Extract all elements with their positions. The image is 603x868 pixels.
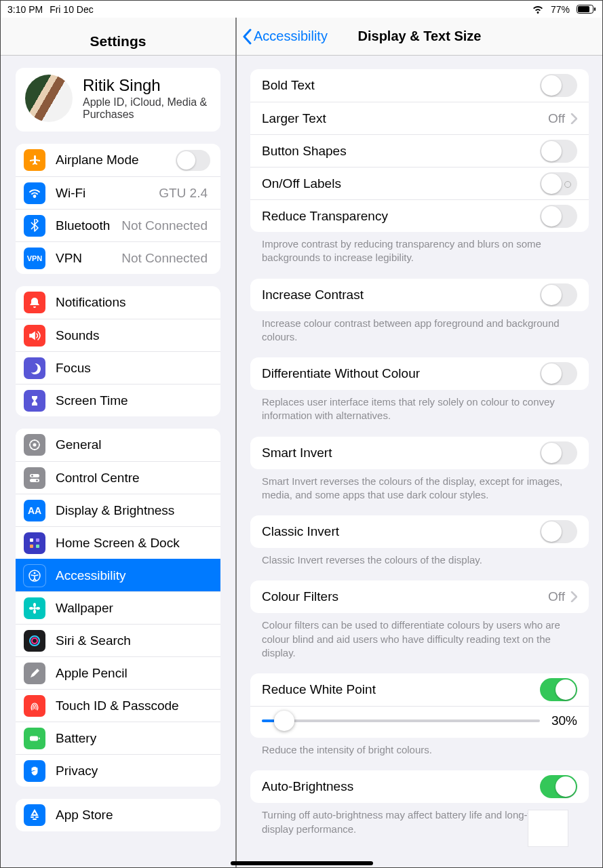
svg-rect-2 <box>594 7 596 11</box>
contrast-toggle[interactable] <box>540 283 577 307</box>
siri-icon <box>24 630 45 652</box>
chevron-left-icon <box>242 28 252 45</box>
row-general[interactable]: General <box>16 429 220 461</box>
row-vpn[interactable]: VPN VPN Not Connected <box>16 241 220 274</box>
row-sounds[interactable]: Sounds <box>16 319 220 351</box>
classic-footer: Classic Invert reverses the colours of t… <box>250 548 589 567</box>
hourglass-icon <box>24 390 45 412</box>
filters-footer: Colour filters can be used to differenti… <box>250 613 589 660</box>
svg-point-9 <box>36 479 38 481</box>
home-indicator[interactable] <box>231 861 373 865</box>
reduce-transparency-toggle[interactable] <box>540 205 577 228</box>
bell-icon <box>24 292 45 313</box>
row-bluetooth[interactable]: Bluetooth Not Connected <box>16 209 220 241</box>
svg-point-17 <box>33 603 36 607</box>
row-display[interactable]: AADisplay & Brightness <box>16 494 220 526</box>
back-button[interactable]: Accessibility <box>242 28 328 45</box>
row-appstore[interactable]: App Store <box>16 799 220 831</box>
row-colour-filters[interactable]: Colour FiltersOff <box>250 580 589 613</box>
status-date: Fri 10 Dec <box>50 4 94 15</box>
row-larger-text[interactable]: Larger TextOff <box>250 102 589 134</box>
svg-rect-10 <box>30 538 33 542</box>
white-toggle[interactable] <box>540 678 577 701</box>
auto-toggle[interactable] <box>540 775 577 798</box>
bold-toggle[interactable] <box>540 74 577 97</box>
white-footer: Reduce the intensity of bright colours. <box>250 738 589 757</box>
row-battery[interactable]: Battery <box>16 722 220 754</box>
battery-icon-row <box>24 728 45 749</box>
svg-rect-24 <box>39 737 40 739</box>
row-pencil[interactable]: Apple Pencil <box>16 656 220 689</box>
speaker-icon <box>24 325 45 347</box>
svg-point-15 <box>34 572 36 574</box>
row-wallpaper[interactable]: Wallpaper <box>16 591 220 624</box>
onoff-toggle[interactable] <box>540 172 577 195</box>
user-sub: Apple ID, iCloud, Media & Purchases <box>83 96 211 121</box>
svg-point-5 <box>33 443 37 447</box>
shapes-toggle[interactable] <box>540 140 577 163</box>
flower-icon <box>24 597 45 619</box>
vpn-icon: VPN <box>24 248 45 269</box>
diff-toggle[interactable] <box>540 362 577 385</box>
accessibility-icon <box>24 565 45 587</box>
gear-icon <box>24 434 45 456</box>
svg-point-18 <box>33 610 36 614</box>
wifi-icon <box>532 5 544 14</box>
svg-point-8 <box>31 475 33 477</box>
row-onoff-labels[interactable]: On/Off Labels <box>250 167 589 199</box>
row-reduce-transparency[interactable]: Reduce Transparency <box>250 199 589 232</box>
row-wifi[interactable]: Wi-Fi GTU 2.4 <box>16 176 220 209</box>
status-battery-pct: 77% <box>551 4 570 15</box>
row-reduce-white-point[interactable]: Reduce White Point <box>250 673 589 706</box>
bluetooth-icon <box>24 215 45 237</box>
textsize-icon: AA <box>24 500 45 521</box>
row-focus[interactable]: Focus <box>16 351 220 384</box>
row-bold-text[interactable]: Bold Text <box>250 69 589 102</box>
white-point-value: 30% <box>551 713 577 728</box>
fingerprint-icon <box>24 695 45 717</box>
row-airplane[interactable]: Airplane Mode <box>16 144 220 176</box>
row-controlcentre[interactable]: Control Centre <box>16 461 220 494</box>
status-bar: 3:10 PM Fri 10 Dec 77% <box>1 1 602 18</box>
overlay-artifact <box>528 810 568 847</box>
reduce-transparency-footer: Improve contrast by reducing transparenc… <box>250 232 589 265</box>
svg-rect-11 <box>36 538 39 542</box>
chevron-right-icon <box>570 591 577 602</box>
row-homescreen[interactable]: Home Screen & Dock <box>16 526 220 559</box>
row-touchid[interactable]: Touch ID & Passcode <box>16 689 220 722</box>
svg-rect-1 <box>578 6 589 12</box>
row-notifications[interactable]: Notifications <box>16 286 220 319</box>
svg-rect-13 <box>36 545 39 548</box>
classic-toggle[interactable] <box>540 520 577 543</box>
row-differentiate[interactable]: Differentiate Without Colour <box>250 357 589 390</box>
smart-toggle[interactable] <box>540 441 577 465</box>
diff-footer: Replaces user interface items that rely … <box>250 390 589 423</box>
wifi-icon <box>24 182 45 204</box>
row-privacy[interactable]: Privacy <box>16 754 220 787</box>
row-button-shapes[interactable]: Button Shapes <box>250 134 589 167</box>
moon-icon <box>24 357 45 379</box>
user-card[interactable]: Ritik Singh Apple ID, iCloud, Media & Pu… <box>16 68 220 132</box>
chevron-right-icon <box>570 113 577 124</box>
svg-rect-23 <box>30 736 38 741</box>
row-classic-invert[interactable]: Classic Invert <box>250 515 589 548</box>
svg-point-20 <box>36 607 40 610</box>
hand-icon <box>24 760 45 782</box>
avatar <box>25 75 73 122</box>
white-point-slider[interactable] <box>262 719 540 722</box>
svg-rect-12 <box>30 545 33 548</box>
svg-point-22 <box>32 638 37 644</box>
row-increase-contrast[interactable]: Increase Contrast <box>250 279 589 311</box>
row-accessibility[interactable]: Accessibility <box>16 559 220 591</box>
pencil-icon <box>24 663 45 684</box>
row-screentime[interactable]: Screen Time <box>16 384 220 416</box>
battery-icon <box>577 5 596 14</box>
svg-point-3 <box>34 195 36 197</box>
airplane-toggle[interactable] <box>176 150 210 171</box>
row-smart-invert[interactable]: Smart Invert <box>250 437 589 469</box>
sidebar-title: Settings <box>1 18 235 56</box>
status-time: 3:10 PM <box>7 4 43 15</box>
airplane-icon <box>24 149 45 171</box>
row-auto-brightness[interactable]: Auto-Brightness <box>250 770 589 803</box>
row-siri[interactable]: Siri & Search <box>16 624 220 656</box>
